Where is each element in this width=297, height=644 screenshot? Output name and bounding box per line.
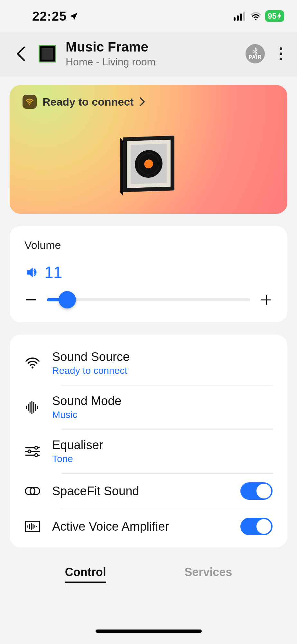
hero-card[interactable]: Ready to connect bbox=[10, 85, 287, 214]
charging-icon bbox=[277, 13, 282, 19]
battery-indicator: 95 bbox=[265, 10, 284, 22]
status-bar: 22:25 95 bbox=[0, 0, 297, 32]
chevron-left-icon bbox=[16, 46, 25, 62]
tab-control[interactable]: Control bbox=[65, 565, 106, 583]
bottom-tabs: Control Services bbox=[0, 556, 297, 592]
more-button[interactable] bbox=[274, 44, 287, 63]
settings-list: Sound Source Ready to connect Sound Mode… bbox=[10, 335, 287, 547]
equaliser-title: Equaliser bbox=[52, 438, 273, 452]
chevron-right-icon bbox=[139, 97, 145, 107]
device-artwork bbox=[123, 137, 174, 191]
wifi-icon bbox=[25, 99, 34, 105]
spacefit-title: SpaceFit Sound bbox=[52, 484, 229, 498]
status-time: 22:25 bbox=[32, 9, 78, 24]
equaliser-icon bbox=[25, 445, 40, 458]
page-title: Music Frame bbox=[66, 39, 236, 55]
sound-mode-row[interactable]: Sound Mode Music bbox=[10, 385, 287, 429]
svg-point-17 bbox=[28, 450, 31, 453]
home-indicator[interactable] bbox=[96, 630, 202, 633]
svg-point-6 bbox=[32, 366, 33, 368]
ready-icon-badge bbox=[23, 95, 37, 109]
sound-mode-title: Sound Mode bbox=[52, 394, 273, 408]
volume-slider[interactable] bbox=[47, 298, 250, 301]
wifi-icon bbox=[250, 12, 261, 20]
pair-label: PAIR bbox=[248, 54, 262, 60]
back-button[interactable] bbox=[13, 44, 29, 63]
volume-down-button[interactable] bbox=[24, 293, 37, 306]
location-icon bbox=[69, 12, 78, 21]
spacefit-toggle[interactable] bbox=[240, 482, 273, 500]
spacefit-icon bbox=[25, 486, 40, 497]
pair-button[interactable]: PAIR bbox=[246, 44, 265, 63]
tab-services[interactable]: Services bbox=[184, 565, 232, 583]
sound-source-title: Sound Source bbox=[52, 350, 273, 364]
svg-rect-3 bbox=[243, 12, 245, 21]
equaliser-row[interactable]: Equaliser Tone bbox=[10, 429, 287, 473]
clock-text: 22:25 bbox=[32, 9, 67, 24]
svg-rect-1 bbox=[237, 15, 239, 21]
ava-title: Active Voice Amplifier bbox=[52, 520, 229, 534]
sound-waveform-icon bbox=[25, 401, 40, 414]
page-subtitle: Home - Living room bbox=[66, 56, 236, 68]
sound-mode-sub: Music bbox=[52, 409, 273, 420]
battery-text: 95 bbox=[268, 12, 276, 21]
volume-slider-thumb[interactable] bbox=[59, 291, 76, 308]
status-indicators: 95 bbox=[234, 10, 284, 22]
sound-source-row[interactable]: Sound Source Ready to connect bbox=[10, 341, 287, 385]
wifi-icon bbox=[25, 357, 40, 369]
volume-value: 11 bbox=[44, 263, 62, 282]
equaliser-sub: Tone bbox=[52, 453, 273, 464]
svg-point-4 bbox=[255, 19, 257, 20]
more-icon bbox=[280, 47, 282, 60]
svg-rect-20 bbox=[25, 488, 40, 495]
svg-rect-0 bbox=[234, 17, 236, 21]
volume-title: Volume bbox=[24, 239, 273, 251]
svg-rect-2 bbox=[240, 14, 242, 21]
voice-amplifier-icon bbox=[25, 521, 40, 532]
page-header: Music Frame Home - Living room PAIR bbox=[0, 32, 297, 75]
volume-up-button[interactable] bbox=[260, 293, 273, 306]
volume-card: Volume 11 bbox=[10, 226, 287, 322]
cellular-icon bbox=[234, 12, 246, 21]
ava-row: Active Voice Amplifier bbox=[10, 509, 287, 544]
device-icon bbox=[39, 45, 56, 62]
svg-point-5 bbox=[29, 104, 30, 105]
svg-point-21 bbox=[30, 488, 35, 494]
spacefit-row: SpaceFit Sound bbox=[10, 473, 287, 509]
ava-toggle[interactable] bbox=[240, 518, 273, 535]
sound-source-sub: Ready to connect bbox=[52, 365, 273, 376]
speaker-icon bbox=[26, 267, 39, 278]
hero-status-text: Ready to connect bbox=[42, 96, 134, 108]
svg-point-19 bbox=[35, 454, 38, 457]
svg-point-15 bbox=[35, 446, 38, 449]
